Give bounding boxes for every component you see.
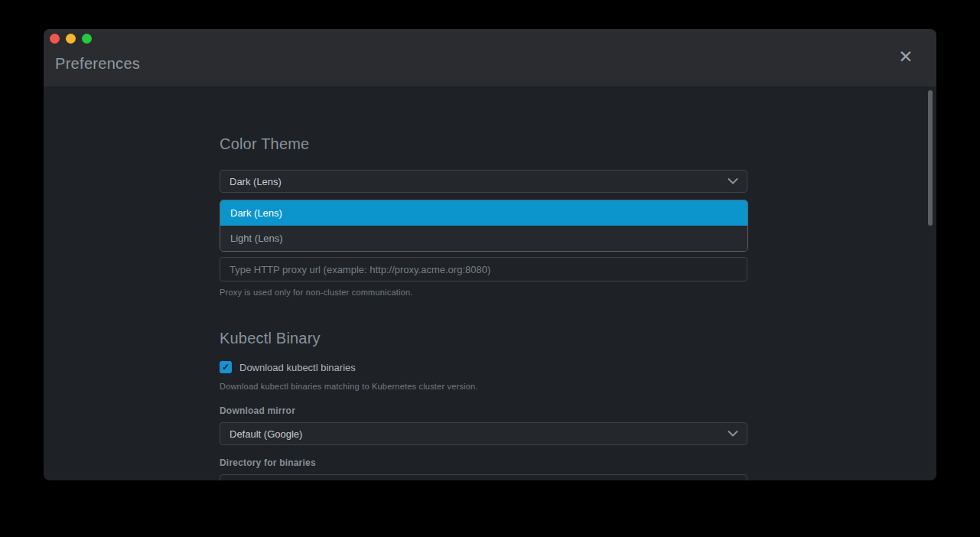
color-theme-heading: Color Theme <box>220 135 309 153</box>
directory-for-binaries-input[interactable] <box>220 474 747 480</box>
download-mirror-label: Download mirror <box>220 405 295 416</box>
dropdown-option-dark-lens[interactable]: Dark (Lens) <box>220 200 747 226</box>
color-theme-select-value: Dark (Lens) <box>230 176 282 187</box>
page-title: Preferences <box>55 55 140 73</box>
download-mirror-select[interactable]: Default (Google) <box>220 422 747 445</box>
proxy-helper-text: Proxy is used only for non-cluster commu… <box>220 288 413 297</box>
download-kubectl-checkbox-row[interactable]: ✓ Download kubectl binaries <box>220 361 356 373</box>
zoom-traffic-light-icon[interactable] <box>82 34 92 44</box>
dropdown-option-label: Dark (Lens) <box>230 207 282 219</box>
checkbox-checked-icon[interactable]: ✓ <box>220 361 232 373</box>
dropdown-option-light-lens[interactable]: Light (Lens) <box>220 226 747 251</box>
color-theme-select[interactable]: Dark (Lens) <box>220 170 747 193</box>
preferences-window: Preferences ✕ Color Theme Dark (Lens) Da… <box>44 29 936 480</box>
kubectl-helper-text: Download kubectl binaries matching to Ku… <box>220 382 478 391</box>
preferences-content: Color Theme Dark (Lens) Dark (Lens) Ligh… <box>44 86 936 480</box>
color-theme-dropdown-menu: Dark (Lens) Light (Lens) <box>220 200 748 252</box>
vertical-scrollbar-thumb[interactable] <box>928 90 933 226</box>
minimize-traffic-light-icon[interactable] <box>66 34 76 44</box>
close-traffic-light-icon[interactable] <box>50 34 60 44</box>
http-proxy-input[interactable] <box>220 257 747 282</box>
download-mirror-select-value: Default (Google) <box>230 428 302 440</box>
close-icon[interactable]: ✕ <box>895 46 917 67</box>
titlebar: Preferences ✕ <box>44 29 936 86</box>
download-kubectl-checkbox-label: Download kubectl binaries <box>239 362 356 373</box>
dropdown-option-label: Light (Lens) <box>230 233 283 244</box>
chevron-down-icon <box>728 178 738 185</box>
directory-for-binaries-label: Directory for binaries <box>220 457 316 468</box>
chevron-down-icon <box>728 431 738 438</box>
kubectl-binary-heading: Kubectl Binary <box>220 330 321 347</box>
form-column: Color Theme Dark (Lens) Dark (Lens) Ligh… <box>220 86 747 480</box>
traffic-lights <box>50 34 92 44</box>
